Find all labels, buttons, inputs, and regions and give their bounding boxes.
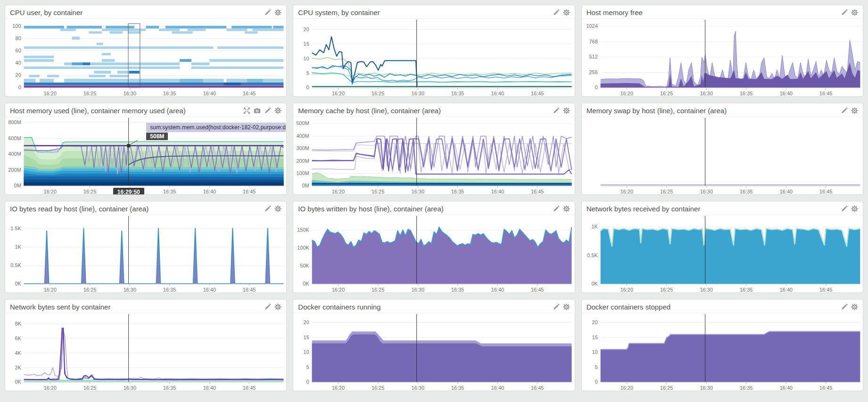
chart-containers-running[interactable]: 0510152016:2016:2516:3016:3516:4016:45 (293, 313, 574, 391)
edit-pencil-icon[interactable] (264, 303, 271, 310)
settings-gear-icon[interactable] (851, 303, 858, 310)
svg-text:16:25: 16:25 (372, 385, 384, 391)
svg-text:0: 0 (306, 379, 309, 385)
svg-text:16:20: 16:20 (620, 189, 633, 194)
svg-text:1K: 1K (15, 244, 21, 250)
camera-icon[interactable] (254, 107, 261, 114)
edit-pencil-icon[interactable] (553, 205, 560, 212)
svg-text:0: 0 (18, 84, 21, 90)
svg-text:16:30: 16:30 (412, 189, 424, 194)
svg-text:8K: 8K (15, 321, 21, 327)
svg-text:20: 20 (304, 26, 309, 32)
panel-actions (553, 303, 570, 310)
svg-text:16:20: 16:20 (44, 385, 57, 391)
svg-text:0.5K: 0.5K (10, 262, 21, 268)
svg-text:20: 20 (16, 72, 21, 78)
edit-pencil-icon[interactable] (264, 107, 271, 114)
svg-text:16:25: 16:25 (83, 189, 96, 194)
svg-text:16:30: 16:30 (124, 385, 136, 391)
svg-text:0K: 0K (591, 281, 598, 286)
chart-memory-swap[interactable]: 16:2016:2516:3016:3516:4016:45 (582, 117, 863, 195)
svg-text:16:45: 16:45 (243, 189, 256, 194)
settings-gear-icon[interactable] (274, 107, 281, 114)
settings-gear-icon[interactable] (851, 107, 858, 114)
panel-title: Docker containers stopped (587, 303, 670, 311)
settings-gear-icon[interactable] (274, 9, 281, 16)
svg-text:16:40: 16:40 (779, 385, 792, 391)
settings-gear-icon[interactable] (851, 9, 858, 16)
svg-text:800M: 800M (8, 119, 21, 125)
svg-text:16:35: 16:35 (163, 189, 176, 194)
panel-actions (841, 9, 858, 16)
chart-memory-cache[interactable]: 0M100M200M300M400M500M16:2016:2516:3016:… (293, 117, 574, 195)
svg-text:16:35: 16:35 (163, 91, 176, 96)
svg-text:16:25: 16:25 (660, 287, 673, 293)
svg-text:16:20: 16:20 (620, 91, 633, 96)
panel-title: Host memory free (587, 8, 643, 17)
svg-text:16:40: 16:40 (203, 385, 216, 391)
settings-gear-icon[interactable] (851, 205, 858, 212)
chart-cpu-system[interactable]: 0510152016:2016:2516:3016:3516:4016:45 (293, 19, 574, 97)
svg-text:16:45: 16:45 (531, 385, 544, 391)
edit-pencil-icon[interactable] (841, 9, 848, 16)
svg-text:4K: 4K (15, 350, 21, 356)
settings-gear-icon[interactable] (563, 303, 570, 310)
panel-title: IO bytes read by host (line), container … (10, 205, 149, 213)
svg-text:16:45: 16:45 (531, 189, 544, 194)
svg-text:600M: 600M (8, 135, 21, 141)
settings-gear-icon[interactable] (274, 205, 281, 212)
svg-text:16:40: 16:40 (779, 287, 792, 293)
edit-pencil-icon[interactable] (841, 205, 848, 212)
settings-gear-icon[interactable] (563, 205, 570, 212)
panel-title: Memory swap by host (line), container (a… (587, 107, 727, 115)
panel-host-memory-free: Host memory free 0256512768102416:2016:2… (581, 5, 863, 97)
chart-io-written[interactable]: 0K50K100K150K16:2016:2516:3016:3516:4016… (293, 215, 574, 293)
edit-pencil-icon[interactable] (841, 107, 848, 114)
hover-tooltip: sum:system.mem.used{host:docker-182-02,p… (146, 123, 286, 132)
chart-net-sent[interactable]: 0K2K4K6K8K16:2016:2516:3016:3516:4016:45 (5, 313, 286, 391)
panel-containers-running: Docker containers running 0510152016:201… (293, 299, 575, 391)
svg-text:0M: 0M (14, 183, 21, 188)
svg-text:1K: 1K (591, 224, 598, 229)
edit-pencil-icon[interactable] (553, 9, 560, 16)
svg-text:16:30: 16:30 (700, 385, 712, 391)
chart-cpu-user[interactable]: 02040608010016:2016:2516:3016:3516:4016:… (5, 19, 286, 97)
svg-text:16:35: 16:35 (451, 287, 464, 293)
chart-containers-stopped[interactable]: 0510152016:2016:2516:3016:3516:4016:45 (582, 313, 863, 391)
panel-containers-stopped: Docker containers stopped 0510152016:201… (581, 299, 863, 391)
svg-text:16:45: 16:45 (531, 287, 544, 293)
svg-text:10: 10 (304, 349, 309, 355)
svg-text:16:30: 16:30 (124, 91, 136, 96)
svg-text:16:35: 16:35 (740, 385, 752, 391)
svg-text:300M: 300M (297, 145, 309, 151)
svg-text:0M: 0M (302, 183, 309, 188)
svg-text:400M: 400M (297, 133, 309, 139)
svg-text:16:20: 16:20 (44, 189, 57, 194)
svg-text:16:25: 16:25 (83, 287, 96, 293)
chart-io-read[interactable]: 0K0.5K1K1.5K16:2016:2516:3016:3516:4016:… (5, 215, 286, 293)
panel-net-sent: Network bytes sent by container 0K2K4K6K… (5, 299, 287, 391)
svg-text:0: 0 (595, 84, 597, 90)
chart-host-memory-free[interactable]: 0256512768102416:2016:2516:3016:3516:401… (582, 19, 863, 97)
edit-pencil-icon[interactable] (264, 9, 271, 16)
edit-pencil-icon[interactable] (264, 205, 271, 212)
settings-gear-icon[interactable] (563, 9, 570, 16)
svg-text:0: 0 (595, 379, 597, 385)
panel-cpu-system: CPU system, by container 0510152016:2016… (293, 5, 575, 97)
svg-text:16:35: 16:35 (451, 91, 464, 96)
svg-text:16:35: 16:35 (163, 287, 176, 293)
edit-pencil-icon[interactable] (553, 107, 560, 114)
svg-text:50K: 50K (300, 263, 310, 268)
panel-actions (841, 205, 858, 212)
svg-text:768: 768 (589, 39, 597, 44)
edit-pencil-icon[interactable] (841, 303, 848, 310)
svg-text:16:20: 16:20 (332, 91, 345, 96)
arrows-expand-icon[interactable] (243, 107, 250, 114)
panel-actions (841, 303, 858, 310)
svg-text:16:20: 16:20 (332, 287, 345, 293)
settings-gear-icon[interactable] (563, 107, 570, 114)
edit-pencil-icon[interactable] (553, 303, 560, 310)
chart-net-received[interactable]: 0K0.5K1K16:2016:2516:3016:3516:4016:45 (582, 215, 863, 293)
settings-gear-icon[interactable] (274, 303, 281, 310)
panel-actions (264, 303, 281, 310)
